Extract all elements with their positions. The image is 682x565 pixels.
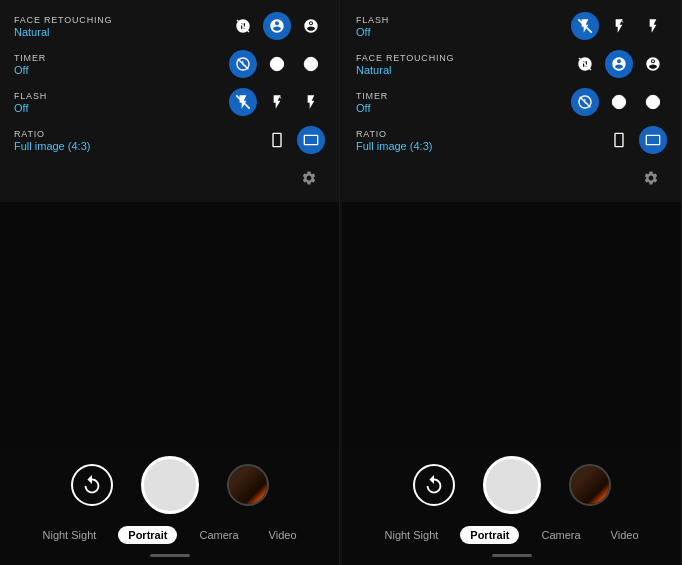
face-retouching-label: FACE RETOUCHING Natural xyxy=(14,15,112,38)
r-flash-auto-btn[interactable]: A xyxy=(605,12,633,40)
left-mode-night-sight[interactable]: Night Sight xyxy=(35,526,105,544)
r-timer-value: Off xyxy=(356,102,388,114)
right-mode-camera[interactable]: Camera xyxy=(533,526,588,544)
left-mode-camera[interactable]: Camera xyxy=(191,526,246,544)
r-face-retouching-off-btn[interactable] xyxy=(571,50,599,78)
right-mode-video[interactable]: Video xyxy=(603,526,647,544)
timer-label: TIMER Off xyxy=(14,53,46,76)
r-ratio-label: RATIO Full image (4:3) xyxy=(356,129,432,152)
timer-10-icon: 10 xyxy=(303,56,319,72)
r-ratio-wide-btn[interactable] xyxy=(639,126,667,154)
r-ratio-wide-icon xyxy=(645,132,661,148)
right-shutter-btn[interactable] xyxy=(483,456,541,514)
timer-title: TIMER xyxy=(14,53,46,63)
r-flash-off-btn[interactable] xyxy=(571,12,599,40)
right-mode-portrait[interactable]: Portrait xyxy=(460,526,519,544)
left-home-indicator xyxy=(150,554,190,557)
r-timer-off-icon xyxy=(577,94,593,110)
r-timer-title: TIMER xyxy=(356,91,388,101)
left-shutter-row xyxy=(0,456,339,514)
right-shutter-row xyxy=(342,456,681,514)
svg-line-2 xyxy=(238,59,249,70)
face-retouching-natural-btn[interactable] xyxy=(263,12,291,40)
ratio-row: RATIO Full image (4:3) xyxy=(14,126,325,154)
r-face-retouching-natural-btn[interactable] xyxy=(605,50,633,78)
r-flash-label: FLASH Off xyxy=(356,15,389,38)
left-shutter-btn[interactable] xyxy=(141,456,199,514)
r-ratio-row: RATIO Full image (4:3) xyxy=(356,126,667,154)
timer-value: Off xyxy=(14,64,46,76)
right-bottom-controls: Night Sight Portrait Camera Video xyxy=(342,448,681,565)
r-face-retouching-title: FACE RETOUCHING xyxy=(356,53,454,63)
left-thumbnail-image xyxy=(229,466,267,504)
r-flash-icons: A xyxy=(571,12,667,40)
left-rotate-btn[interactable] xyxy=(71,464,113,506)
r-timer-3-icon: 3 xyxy=(611,94,627,110)
r-timer-3s-btn[interactable]: 3 xyxy=(605,88,633,116)
svg-point-1 xyxy=(310,22,312,24)
timer-off-btn[interactable] xyxy=(229,50,257,78)
r-gear-row xyxy=(356,164,667,192)
face-retouching-smooth-btn[interactable] xyxy=(297,12,325,40)
r-flash-value: Off xyxy=(356,26,389,38)
r-flash-on-icon xyxy=(645,18,661,34)
svg-rect-7 xyxy=(273,133,281,146)
svg-rect-8 xyxy=(304,135,317,144)
flash-off-btn[interactable] xyxy=(229,88,257,116)
left-settings-overlay: FACE RETOUCHING Natural TIMER Off xyxy=(0,0,339,202)
flash-row: FLASH Off A xyxy=(14,88,325,116)
r-flash-row: FLASH Off A xyxy=(356,12,667,40)
r-face-retouching-icons xyxy=(571,50,667,78)
r-timer-label: TIMER Off xyxy=(356,91,388,114)
ratio-wide-icon xyxy=(303,132,319,148)
svg-rect-17 xyxy=(646,135,659,144)
face-retouching-title: FACE RETOUCHING xyxy=(14,15,112,25)
timer-3s-btn[interactable]: 3 xyxy=(263,50,291,78)
left-bottom-controls: Night Sight Portrait Camera Video xyxy=(0,448,339,565)
right-thumbnail-image xyxy=(571,466,609,504)
left-mode-video[interactable]: Video xyxy=(261,526,305,544)
gear-icon xyxy=(301,170,317,186)
left-thumbnail[interactable] xyxy=(227,464,269,506)
right-rotate-btn[interactable] xyxy=(413,464,455,506)
face-retouching-row: FACE RETOUCHING Natural xyxy=(14,12,325,40)
r-face-retouching-row: FACE RETOUCHING Natural xyxy=(356,50,667,78)
right-home-indicator xyxy=(492,554,532,557)
left-mode-selector: Night Sight Portrait Camera Video xyxy=(0,522,339,550)
timer-row: TIMER Off 3 10 xyxy=(14,50,325,78)
r-ratio-value: Full image (4:3) xyxy=(356,140,432,152)
r-settings-btn[interactable] xyxy=(637,164,665,192)
r-timer-icons: 3 10 xyxy=(571,88,667,116)
r-timer-10s-btn[interactable]: 10 xyxy=(639,88,667,116)
ratio-portrait-icon xyxy=(269,132,285,148)
timer-3-icon: 3 xyxy=(269,56,285,72)
right-settings-overlay: FLASH Off A FACE RETOUCHING Natural xyxy=(342,0,681,202)
retouching-natural-icon xyxy=(269,18,285,34)
left-mode-portrait[interactable]: Portrait xyxy=(118,526,177,544)
left-panel: FACE RETOUCHING Natural TIMER Off xyxy=(0,0,340,565)
flash-auto-btn[interactable]: A xyxy=(263,88,291,116)
flash-on-btn[interactable] xyxy=(297,88,325,116)
settings-btn[interactable] xyxy=(295,164,323,192)
retouching-off-icon xyxy=(235,18,251,34)
r-retouching-natural-icon xyxy=(611,56,627,72)
r-face-retouching-smooth-btn[interactable] xyxy=(639,50,667,78)
rotate-icon xyxy=(81,474,103,496)
right-mode-selector: Night Sight Portrait Camera Video xyxy=(342,522,681,550)
svg-line-13 xyxy=(580,97,591,108)
r-ratio-portrait-btn[interactable] xyxy=(605,126,633,154)
timer-10s-btn[interactable]: 10 xyxy=(297,50,325,78)
ratio-wide-btn[interactable] xyxy=(297,126,325,154)
ratio-portrait-btn[interactable] xyxy=(263,126,291,154)
flash-label: FLASH Off xyxy=(14,91,47,114)
r-ratio-icons xyxy=(605,126,667,154)
face-retouching-value: Natural xyxy=(14,26,112,38)
retouching-smooth-icon xyxy=(303,18,319,34)
r-flash-on-btn[interactable] xyxy=(639,12,667,40)
r-flash-off-icon xyxy=(577,18,593,34)
right-thumbnail[interactable] xyxy=(569,464,611,506)
r-timer-off-btn[interactable] xyxy=(571,88,599,116)
flash-auto-icon: A xyxy=(269,94,285,110)
face-retouching-off-btn[interactable] xyxy=(229,12,257,40)
right-mode-night-sight[interactable]: Night Sight xyxy=(377,526,447,544)
